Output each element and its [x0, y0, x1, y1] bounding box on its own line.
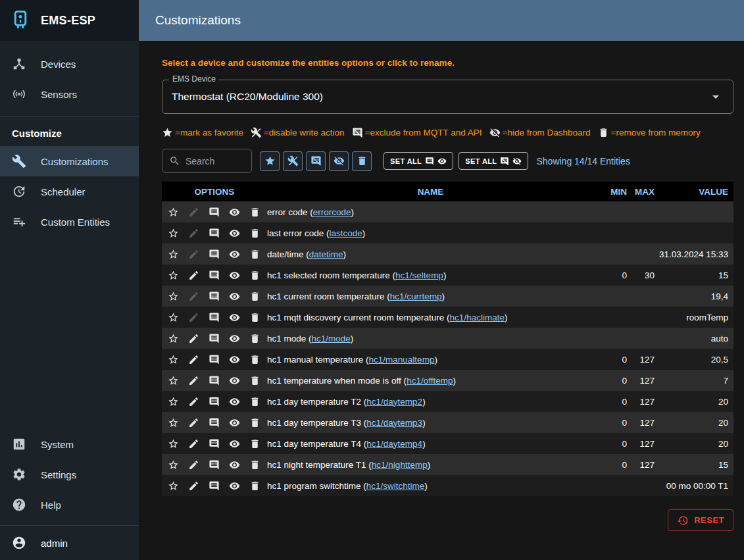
sidebar-item-scheduler[interactable]: Scheduler [0, 176, 139, 207]
filter-hide-dashboard-button[interactable] [329, 151, 349, 171]
favorite-icon-button[interactable] [163, 203, 184, 221]
favorite-icon-button[interactable] [163, 350, 184, 369]
mqtt-exclude-icon-button[interactable] [204, 455, 224, 474]
edit-icon-button[interactable] [184, 413, 204, 432]
visibility-icon-button[interactable] [224, 413, 245, 432]
mqtt-exclude-icon-button[interactable] [204, 392, 224, 411]
mqtt-exclude-icon-button[interactable] [204, 476, 224, 495]
delete-icon-button[interactable] [245, 392, 265, 411]
search-input[interactable] [186, 156, 245, 166]
filter-remove-memory-button[interactable] [352, 151, 372, 171]
visibility-icon-button[interactable] [224, 476, 245, 495]
visibility-icon-button[interactable] [224, 287, 245, 305]
favorite-icon-button[interactable] [163, 266, 184, 284]
search-field[interactable] [162, 149, 252, 173]
visibility-icon-button[interactable] [224, 371, 245, 390]
entity-name[interactable]: date/time (datetime) [267, 249, 594, 259]
entity-id-link[interactable]: hc1/currtemp [390, 292, 442, 301]
edit-icon-button[interactable] [184, 434, 204, 453]
edit-icon-button[interactable] [184, 266, 204, 284]
delete-icon-button[interactable] [245, 224, 265, 242]
visibility-icon-button[interactable] [224, 245, 245, 263]
favorite-icon-button[interactable] [163, 455, 184, 474]
sidebar-item-custom-entities[interactable]: Custom Entities [0, 207, 139, 237]
entity-id-link[interactable]: hc1/haclimate [450, 313, 505, 322]
mqtt-exclude-icon-button[interactable] [204, 203, 224, 221]
entity-name[interactable]: error code (errorcode) [267, 207, 594, 217]
mqtt-exclude-icon-button[interactable] [204, 245, 224, 263]
entity-name[interactable]: hc1 manual temperature (hc1/manualtemp) [267, 355, 594, 365]
delete-icon-button[interactable] [245, 413, 265, 432]
mqtt-exclude-icon-button[interactable] [204, 434, 224, 453]
edit-icon-button[interactable] [184, 350, 204, 369]
favorite-icon-button[interactable] [163, 413, 184, 432]
edit-icon-button[interactable] [184, 476, 204, 495]
mqtt-exclude-icon-button[interactable] [204, 287, 224, 305]
sidebar-item-settings[interactable]: Settings [0, 459, 139, 490]
favorite-icon-button[interactable] [163, 224, 184, 242]
delete-icon-button[interactable] [245, 350, 265, 369]
visibility-icon-button[interactable] [224, 308, 245, 326]
visibility-icon-button[interactable] [224, 455, 245, 474]
entity-name[interactable]: hc1 temperature when mode is off (hc1/of… [267, 376, 594, 386]
entity-name[interactable]: hc1 day temperature T3 (hc1/daytemp3) [267, 418, 594, 428]
sidebar-user[interactable]: admin [0, 526, 139, 560]
mqtt-exclude-icon-button[interactable] [204, 266, 224, 284]
device-select[interactable]: EMS Device Thermostat (RC20/Moduline 300… [162, 80, 733, 114]
entity-id-link[interactable]: errorcode [313, 207, 351, 217]
reset-button[interactable]: RESET [668, 509, 733, 531]
delete-icon-button[interactable] [245, 476, 265, 495]
favorite-icon-button[interactable] [163, 308, 184, 326]
favorite-icon-button[interactable] [163, 434, 184, 453]
delete-icon-button[interactable] [245, 371, 265, 390]
entity-id-link[interactable]: hc1/nighttemp [372, 460, 428, 470]
sidebar-item-sensors[interactable]: Sensors [0, 79, 139, 109]
delete-icon-button[interactable] [245, 434, 265, 453]
delete-icon-button[interactable] [245, 455, 265, 474]
delete-icon-button[interactable] [245, 266, 265, 284]
sidebar-item-devices[interactable]: Devices [0, 49, 139, 79]
mqtt-exclude-icon-button[interactable] [204, 329, 224, 347]
mqtt-exclude-icon-button[interactable] [204, 308, 224, 326]
visibility-icon-button[interactable] [224, 224, 245, 242]
visibility-icon-button[interactable] [224, 434, 245, 453]
delete-icon-button[interactable] [245, 245, 265, 263]
visibility-icon-button[interactable] [224, 350, 245, 369]
entity-id-link[interactable]: hc1/mode [312, 334, 351, 344]
delete-icon-button[interactable] [245, 329, 265, 347]
mqtt-exclude-icon-button[interactable] [204, 350, 224, 369]
delete-icon-button[interactable] [245, 308, 265, 326]
entity-id-link[interactable]: lastcode [330, 228, 362, 238]
visibility-icon-button[interactable] [224, 203, 245, 221]
entity-id-link[interactable]: hc1/manualtemp [369, 355, 435, 365]
entity-name[interactable]: hc1 night temperature T1 (hc1/nighttemp) [267, 460, 594, 470]
entity-id-link[interactable]: hc1/offtemp [407, 376, 453, 386]
mqtt-exclude-icon-button[interactable] [204, 413, 224, 432]
filter-favorite-button[interactable] [260, 151, 280, 171]
edit-icon-button[interactable] [184, 371, 204, 390]
filter-exclude-mqtt-button[interactable] [306, 151, 326, 171]
favorite-icon-button[interactable] [163, 287, 184, 305]
sidebar-item-help[interactable]: Help [0, 490, 139, 520]
entity-name[interactable]: hc1 program switchtime (hc1/switchtime) [267, 481, 594, 491]
entity-id-link[interactable]: hc1/daytemp4 [366, 439, 422, 449]
edit-icon-button[interactable] [184, 329, 204, 347]
visibility-icon-button[interactable] [224, 329, 245, 347]
favorite-icon-button[interactable] [163, 392, 184, 411]
entity-id-link[interactable]: datetime [309, 249, 343, 259]
entity-name[interactable]: hc1 current room temperature (hc1/currte… [267, 292, 594, 301]
entity-id-link[interactable]: hc1/switchtime [366, 481, 425, 491]
mqtt-exclude-icon-button[interactable] [204, 224, 224, 242]
set-all-button-1[interactable]: SET ALL [384, 152, 453, 170]
entity-id-link[interactable]: hc1/daytemp2 [366, 397, 422, 407]
sidebar-item-system[interactable]: System [0, 429, 139, 459]
entity-name[interactable]: hc1 selected room temperature (hc1/selte… [267, 270, 594, 280]
visibility-icon-button[interactable] [224, 266, 245, 284]
delete-icon-button[interactable] [245, 287, 265, 305]
edit-icon-button[interactable] [184, 455, 204, 474]
entity-name[interactable]: hc1 mode (hc1/mode) [267, 334, 594, 344]
entity-id-link[interactable]: hc1/seltemp [395, 270, 443, 280]
visibility-icon-button[interactable] [224, 392, 245, 411]
mqtt-exclude-icon-button[interactable] [204, 371, 224, 390]
edit-icon-button[interactable] [184, 392, 204, 411]
